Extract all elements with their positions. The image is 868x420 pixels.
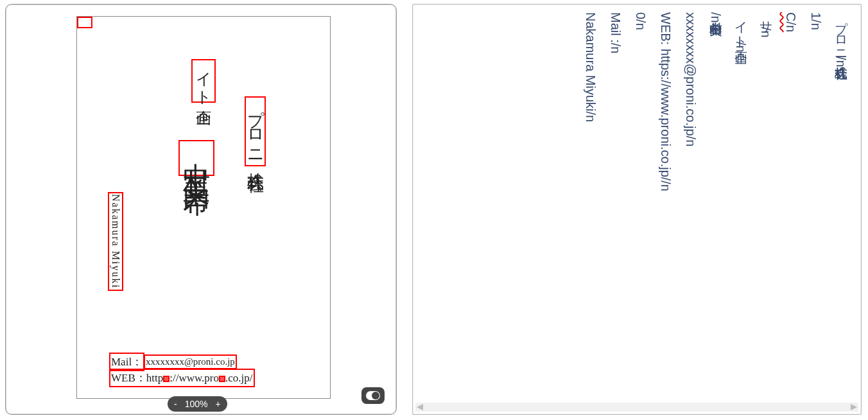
preview-pane: プロニ株式会社 イト企画 中村美由希 Nakamura Miyuki Mail：… — [5, 4, 397, 415]
selection-handle-right[interactable] — [219, 376, 225, 382]
source-line: WEB: https://www.proni.co.jp//n — [658, 12, 673, 399]
zoom-out-button[interactable]: - — [174, 399, 177, 409]
department-textbox[interactable]: イト企画 — [191, 59, 216, 103]
zoom-value: 100% — [185, 399, 208, 409]
name-textbox[interactable]: 中村美由希 — [178, 140, 214, 176]
company-textbox[interactable]: プロニ株式会社 — [245, 96, 266, 166]
source-pane: プロニ株式会社/n1/nC/nサ/nイト企画/n中村美由希/nxxxxxxxx@… — [412, 4, 862, 415]
horizontal-scrollbar[interactable] — [415, 403, 858, 412]
zoom-control: - 100% + — [168, 396, 227, 412]
source-line: 0/n — [633, 12, 648, 399]
source-text-column[interactable]: プロニ株式会社/n1/nC/nサ/nイト企画/n中村美由希/nxxxxxxxx@… — [422, 12, 848, 399]
view-toggle[interactable] — [361, 387, 385, 404]
department-stub-box[interactable] — [77, 17, 92, 28]
toggle-knob — [366, 391, 380, 400]
source-line: プロニ株式会社/n — [833, 12, 848, 399]
source-line: 中村美由希/n — [708, 12, 723, 399]
selection-handle-left[interactable] — [163, 376, 169, 382]
source-line: Mail :/n — [608, 12, 623, 399]
source-line: xxxxxxxx@proni.co.jp/n — [683, 12, 698, 399]
romaji-textbox[interactable]: Nakamura Miyuki — [108, 192, 123, 291]
source-line: C/n — [783, 12, 798, 399]
source-line: イト企画/n — [733, 12, 748, 399]
web-text-b: ://www.pro — [169, 372, 219, 384]
business-card-page: プロニ株式会社 イト企画 中村美由希 Nakamura Miyuki Mail：… — [76, 16, 331, 399]
web-text-c: .co.jp/ — [225, 372, 253, 384]
source-line: Nakamura Miyuki/n — [583, 12, 598, 399]
source-line: サ/n — [758, 12, 773, 399]
zoom-in-button[interactable]: + — [215, 399, 220, 409]
mail-value-box[interactable]: xxxxxxxx@proni.co.jp — [144, 354, 237, 369]
web-text-a: WEB：http — [111, 372, 163, 384]
source-line: 1/n — [808, 12, 823, 399]
web-box[interactable]: WEB：http://www.pro.co.jp/ — [109, 369, 255, 387]
